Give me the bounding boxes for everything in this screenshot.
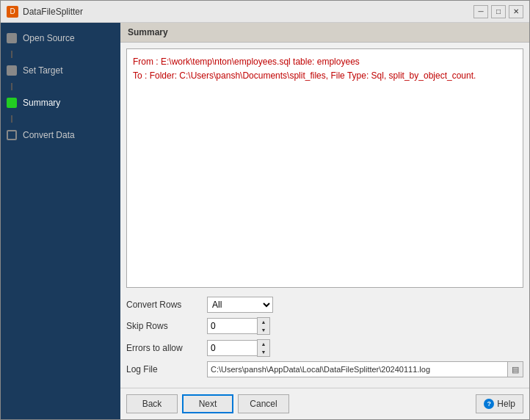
app-icon-label: D xyxy=(10,7,15,15)
main-window: D DataFileSplitter ─ □ ✕ Open Source Set… xyxy=(0,0,530,420)
title-bar-controls: ─ □ ✕ xyxy=(473,5,523,18)
errors-to-allow-decrement[interactable]: ▼ xyxy=(258,348,269,356)
help-button-label: Help xyxy=(497,399,515,409)
next-button[interactable]: Next xyxy=(182,394,233,413)
title-bar: D DataFileSplitter ─ □ ✕ xyxy=(1,1,529,23)
sidebar-connector-2 xyxy=(11,83,12,90)
skip-rows-increment[interactable]: ▲ xyxy=(258,318,269,326)
form-section: Convert Rows All Custom Skip Rows ▲ ▼ xyxy=(120,294,529,388)
errors-to-allow-input[interactable] xyxy=(207,340,257,356)
sidebar-item-convert-data[interactable]: Convert Data xyxy=(1,123,120,148)
skip-rows-spinner: ▲ ▼ xyxy=(207,317,270,335)
summary-from-label: From : xyxy=(133,57,161,67)
sidebar-item-indicator-open-source xyxy=(7,33,17,43)
skip-rows-row: Skip Rows ▲ ▼ xyxy=(126,317,523,335)
convert-rows-label: Convert Rows xyxy=(126,300,207,310)
summary-area: From : E:\work\temp\nton\employees.sql t… xyxy=(126,48,523,288)
right-panel: Summary From : E:\work\temp\nton\employe… xyxy=(120,23,529,419)
sidebar-connector-3 xyxy=(11,115,12,123)
sidebar-item-indicator-set-target xyxy=(7,65,17,76)
errors-to-allow-spinner: ▲ ▼ xyxy=(207,339,270,357)
window-title: DataFileSplitter xyxy=(23,7,473,17)
skip-rows-spinner-buttons: ▲ ▼ xyxy=(257,317,270,335)
errors-to-allow-label: Errors to allow xyxy=(126,343,207,353)
help-icon: ? xyxy=(484,399,494,409)
back-button[interactable]: Back xyxy=(126,394,178,413)
convert-rows-row: Convert Rows All Custom xyxy=(126,297,523,313)
help-icon-label: ? xyxy=(487,400,492,408)
skip-rows-label: Skip Rows xyxy=(126,321,207,331)
sidebar-item-summary[interactable]: Summary xyxy=(1,90,120,115)
log-file-row: Log File ▤ xyxy=(126,361,523,377)
sidebar-item-label-convert-data: Convert Data xyxy=(23,130,75,140)
app-icon: D xyxy=(7,6,18,18)
summary-from-value: E:\work\temp\nton\employees.sql table: e… xyxy=(161,57,360,67)
summary-to-label: To : xyxy=(133,70,150,81)
panel-title: Summary xyxy=(120,23,529,43)
log-file-label: Log File xyxy=(126,364,207,374)
sidebar: Open Source Set Target Summary Convert D… xyxy=(1,23,120,419)
convert-rows-select[interactable]: All Custom xyxy=(207,297,273,313)
minimize-button[interactable]: ─ xyxy=(473,5,488,18)
sidebar-item-indicator-convert-data xyxy=(7,130,17,140)
sidebar-item-label-summary: Summary xyxy=(23,98,60,108)
cancel-button[interactable]: Cancel xyxy=(238,394,289,413)
errors-to-allow-increment[interactable]: ▲ xyxy=(258,340,269,348)
sidebar-item-label-open-source: Open Source xyxy=(23,33,75,43)
help-button[interactable]: ? Help xyxy=(476,394,523,413)
maximize-button[interactable]: □ xyxy=(491,5,506,18)
summary-to-value: Folder: C:\Users\pansh\Documents\split_f… xyxy=(150,70,476,81)
sidebar-item-set-target[interactable]: Set Target xyxy=(1,58,120,83)
skip-rows-decrement[interactable]: ▼ xyxy=(258,326,269,334)
log-file-browse-button[interactable]: ▤ xyxy=(507,361,523,377)
skip-rows-input[interactable] xyxy=(207,318,257,334)
sidebar-item-label-set-target: Set Target xyxy=(23,65,62,76)
summary-to-line: To : Folder: C:\Users\pansh\Documents\sp… xyxy=(133,69,517,83)
footer: Back Next Cancel ? Help xyxy=(120,388,529,419)
summary-from-line: From : E:\work\temp\nton\employees.sql t… xyxy=(133,55,517,69)
close-button[interactable]: ✕ xyxy=(509,5,523,18)
main-content: Open Source Set Target Summary Convert D… xyxy=(1,23,529,419)
errors-to-allow-spinner-buttons: ▲ ▼ xyxy=(257,339,270,357)
sidebar-connector-1 xyxy=(11,51,12,58)
errors-to-allow-row: Errors to allow ▲ ▼ xyxy=(126,339,523,357)
log-file-input[interactable] xyxy=(207,361,507,377)
sidebar-item-indicator-summary xyxy=(7,98,17,108)
sidebar-item-open-source[interactable]: Open Source xyxy=(1,26,120,51)
